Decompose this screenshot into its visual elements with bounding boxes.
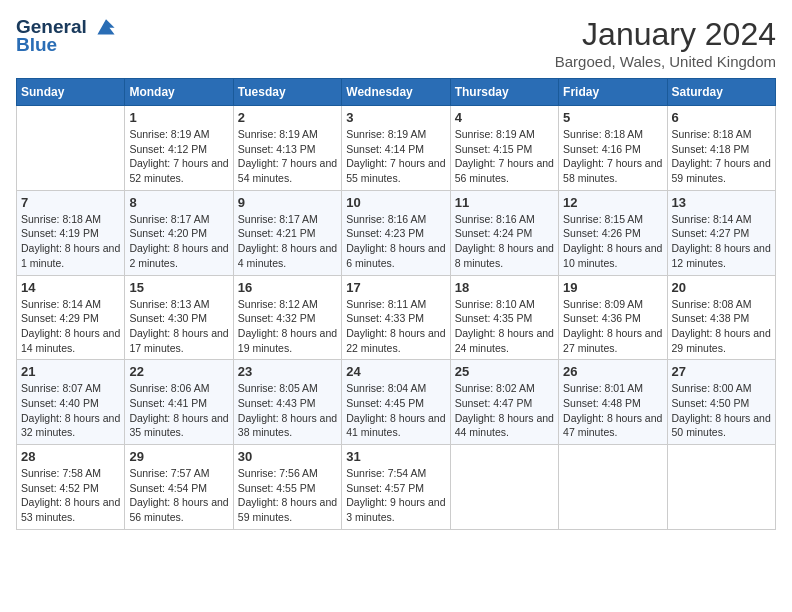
calendar-cell: 7Sunrise: 8:18 AMSunset: 4:19 PMDaylight… [17,190,125,275]
calendar-cell: 17Sunrise: 8:11 AMSunset: 4:33 PMDayligh… [342,275,450,360]
day-number: 28 [21,449,120,464]
calendar-table: SundayMondayTuesdayWednesdayThursdayFrid… [16,78,776,530]
day-number: 25 [455,364,554,379]
day-info: Sunrise: 8:07 AMSunset: 4:40 PMDaylight:… [21,381,120,440]
day-number: 4 [455,110,554,125]
calendar-cell: 23Sunrise: 8:05 AMSunset: 4:43 PMDayligh… [233,360,341,445]
day-info: Sunrise: 8:16 AMSunset: 4:24 PMDaylight:… [455,212,554,271]
column-header-thursday: Thursday [450,79,558,106]
column-header-sunday: Sunday [17,79,125,106]
calendar-cell: 9Sunrise: 8:17 AMSunset: 4:21 PMDaylight… [233,190,341,275]
location: Bargoed, Wales, United Kingdom [555,53,776,70]
day-number: 7 [21,195,120,210]
calendar-cell: 20Sunrise: 8:08 AMSunset: 4:38 PMDayligh… [667,275,775,360]
day-number: 16 [238,280,337,295]
calendar-cell: 3Sunrise: 8:19 AMSunset: 4:14 PMDaylight… [342,106,450,191]
svg-marker-0 [97,19,114,34]
day-number: 22 [129,364,228,379]
calendar-cell: 1Sunrise: 8:19 AMSunset: 4:12 PMDaylight… [125,106,233,191]
day-number: 30 [238,449,337,464]
week-row-3: 14Sunrise: 8:14 AMSunset: 4:29 PMDayligh… [17,275,776,360]
day-number: 2 [238,110,337,125]
calendar-cell: 12Sunrise: 8:15 AMSunset: 4:26 PMDayligh… [559,190,667,275]
calendar-cell: 26Sunrise: 8:01 AMSunset: 4:48 PMDayligh… [559,360,667,445]
day-info: Sunrise: 8:13 AMSunset: 4:30 PMDaylight:… [129,297,228,356]
week-row-1: 1Sunrise: 8:19 AMSunset: 4:12 PMDaylight… [17,106,776,191]
day-info: Sunrise: 8:17 AMSunset: 4:21 PMDaylight:… [238,212,337,271]
calendar-cell: 24Sunrise: 8:04 AMSunset: 4:45 PMDayligh… [342,360,450,445]
calendar-cell [17,106,125,191]
month-title: January 2024 [555,16,776,53]
day-number: 27 [672,364,771,379]
calendar-cell: 22Sunrise: 8:06 AMSunset: 4:41 PMDayligh… [125,360,233,445]
calendar-cell: 15Sunrise: 8:13 AMSunset: 4:30 PMDayligh… [125,275,233,360]
day-info: Sunrise: 7:58 AMSunset: 4:52 PMDaylight:… [21,466,120,525]
calendar-cell: 27Sunrise: 8:00 AMSunset: 4:50 PMDayligh… [667,360,775,445]
day-number: 20 [672,280,771,295]
week-row-4: 21Sunrise: 8:07 AMSunset: 4:40 PMDayligh… [17,360,776,445]
day-number: 1 [129,110,228,125]
logo: General Blue [16,16,118,56]
calendar-cell: 28Sunrise: 7:58 AMSunset: 4:52 PMDayligh… [17,445,125,530]
day-info: Sunrise: 8:01 AMSunset: 4:48 PMDaylight:… [563,381,662,440]
calendar-cell: 19Sunrise: 8:09 AMSunset: 4:36 PMDayligh… [559,275,667,360]
header-row: SundayMondayTuesdayWednesdayThursdayFrid… [17,79,776,106]
column-header-saturday: Saturday [667,79,775,106]
day-info: Sunrise: 8:08 AMSunset: 4:38 PMDaylight:… [672,297,771,356]
day-info: Sunrise: 7:56 AMSunset: 4:55 PMDaylight:… [238,466,337,525]
calendar-cell: 13Sunrise: 8:14 AMSunset: 4:27 PMDayligh… [667,190,775,275]
logo-icon [94,14,118,38]
day-info: Sunrise: 7:57 AMSunset: 4:54 PMDaylight:… [129,466,228,525]
column-header-monday: Monday [125,79,233,106]
day-info: Sunrise: 8:06 AMSunset: 4:41 PMDaylight:… [129,381,228,440]
day-info: Sunrise: 8:14 AMSunset: 4:29 PMDaylight:… [21,297,120,356]
day-number: 9 [238,195,337,210]
day-info: Sunrise: 8:00 AMSunset: 4:50 PMDaylight:… [672,381,771,440]
calendar-cell [450,445,558,530]
day-number: 12 [563,195,662,210]
title-block: January 2024 Bargoed, Wales, United King… [555,16,776,70]
day-number: 31 [346,449,445,464]
calendar-cell: 21Sunrise: 8:07 AMSunset: 4:40 PMDayligh… [17,360,125,445]
week-row-2: 7Sunrise: 8:18 AMSunset: 4:19 PMDaylight… [17,190,776,275]
day-number: 18 [455,280,554,295]
calendar-cell [559,445,667,530]
day-number: 15 [129,280,228,295]
week-row-5: 28Sunrise: 7:58 AMSunset: 4:52 PMDayligh… [17,445,776,530]
calendar-cell: 14Sunrise: 8:14 AMSunset: 4:29 PMDayligh… [17,275,125,360]
day-number: 29 [129,449,228,464]
day-number: 26 [563,364,662,379]
calendar-cell: 10Sunrise: 8:16 AMSunset: 4:23 PMDayligh… [342,190,450,275]
day-number: 17 [346,280,445,295]
day-info: Sunrise: 8:05 AMSunset: 4:43 PMDaylight:… [238,381,337,440]
day-info: Sunrise: 8:19 AMSunset: 4:14 PMDaylight:… [346,127,445,186]
day-number: 10 [346,195,445,210]
calendar-cell: 16Sunrise: 8:12 AMSunset: 4:32 PMDayligh… [233,275,341,360]
day-info: Sunrise: 8:18 AMSunset: 4:19 PMDaylight:… [21,212,120,271]
calendar-cell: 6Sunrise: 8:18 AMSunset: 4:18 PMDaylight… [667,106,775,191]
calendar-cell [667,445,775,530]
day-info: Sunrise: 8:19 AMSunset: 4:12 PMDaylight:… [129,127,228,186]
day-info: Sunrise: 8:18 AMSunset: 4:18 PMDaylight:… [672,127,771,186]
day-info: Sunrise: 8:11 AMSunset: 4:33 PMDaylight:… [346,297,445,356]
day-info: Sunrise: 8:04 AMSunset: 4:45 PMDaylight:… [346,381,445,440]
calendar-cell: 25Sunrise: 8:02 AMSunset: 4:47 PMDayligh… [450,360,558,445]
calendar-cell: 8Sunrise: 8:17 AMSunset: 4:20 PMDaylight… [125,190,233,275]
day-number: 6 [672,110,771,125]
day-info: Sunrise: 7:54 AMSunset: 4:57 PMDaylight:… [346,466,445,525]
calendar-cell: 2Sunrise: 8:19 AMSunset: 4:13 PMDaylight… [233,106,341,191]
day-info: Sunrise: 8:10 AMSunset: 4:35 PMDaylight:… [455,297,554,356]
day-number: 14 [21,280,120,295]
day-number: 24 [346,364,445,379]
day-info: Sunrise: 8:18 AMSunset: 4:16 PMDaylight:… [563,127,662,186]
day-number: 3 [346,110,445,125]
day-info: Sunrise: 8:16 AMSunset: 4:23 PMDaylight:… [346,212,445,271]
day-number: 23 [238,364,337,379]
day-info: Sunrise: 8:12 AMSunset: 4:32 PMDaylight:… [238,297,337,356]
calendar-cell: 31Sunrise: 7:54 AMSunset: 4:57 PMDayligh… [342,445,450,530]
day-number: 11 [455,195,554,210]
day-info: Sunrise: 8:17 AMSunset: 4:20 PMDaylight:… [129,212,228,271]
day-info: Sunrise: 8:09 AMSunset: 4:36 PMDaylight:… [563,297,662,356]
calendar-cell: 4Sunrise: 8:19 AMSunset: 4:15 PMDaylight… [450,106,558,191]
day-number: 19 [563,280,662,295]
